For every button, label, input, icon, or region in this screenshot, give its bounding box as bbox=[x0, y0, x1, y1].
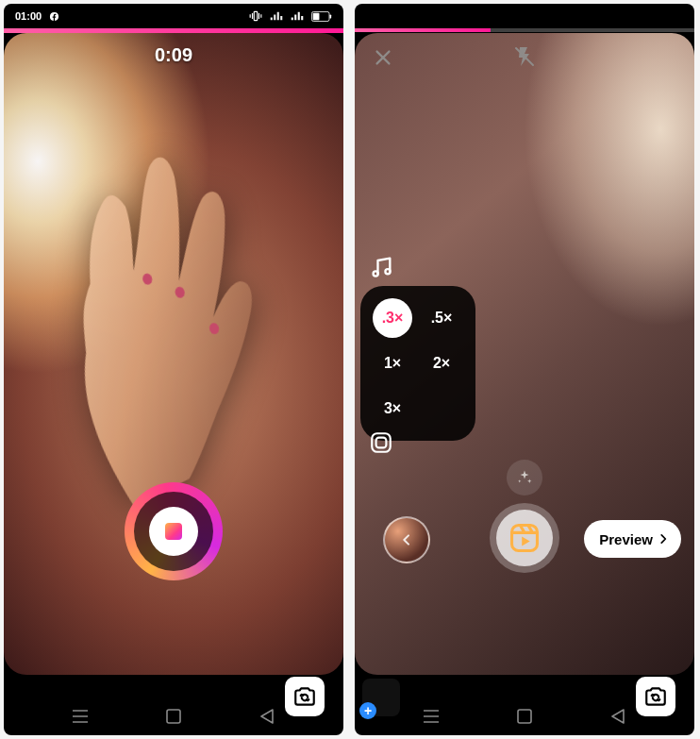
status-time: 01:00 bbox=[15, 10, 42, 22]
speed-option-0-5x[interactable]: .5× bbox=[419, 297, 464, 339]
speed-option-2x[interactable]: 2× bbox=[419, 343, 464, 384]
reels-record-button[interactable] bbox=[490, 503, 559, 573]
svg-rect-6 bbox=[167, 710, 180, 723]
svg-rect-1 bbox=[329, 14, 331, 18]
speed-option-0-3x[interactable]: .3× bbox=[370, 297, 415, 339]
speed-option-3x[interactable]: 3× bbox=[370, 388, 415, 429]
camera-viewport: 0:09 bbox=[4, 33, 343, 675]
music-icon bbox=[368, 254, 394, 280]
svg-rect-10 bbox=[376, 438, 387, 448]
nav-recents-button[interactable] bbox=[63, 699, 97, 733]
clip-progress-bar bbox=[355, 28, 694, 32]
svg-point-7 bbox=[374, 271, 378, 276]
phone-right-speed: .3× .5× 1× 2× 3× bbox=[355, 4, 694, 735]
android-nav-bar bbox=[4, 697, 343, 735]
sparkle-icon bbox=[516, 469, 533, 486]
speed-option-1x[interactable]: 1× bbox=[370, 343, 415, 384]
status-bar bbox=[355, 4, 694, 28]
svg-point-8 bbox=[385, 269, 390, 274]
reels-icon bbox=[508, 522, 541, 554]
record-button[interactable] bbox=[125, 482, 223, 580]
camera-viewport: .3× .5× 1× 2× 3× bbox=[355, 33, 694, 675]
facebook-icon bbox=[49, 11, 59, 22]
svg-rect-2 bbox=[313, 12, 320, 20]
signal-icon bbox=[291, 11, 304, 21]
status-bar: 01:00 bbox=[4, 4, 343, 28]
flash-button[interactable] bbox=[510, 42, 539, 71]
speed-panel: .3× .5× 1× 2× 3× bbox=[360, 286, 475, 441]
flash-off-icon bbox=[513, 45, 536, 68]
vibrate-icon bbox=[249, 9, 262, 23]
close-button[interactable] bbox=[370, 44, 396, 71]
layout-button[interactable] bbox=[366, 428, 396, 458]
hand-image bbox=[4, 112, 317, 520]
nav-recents-button[interactable] bbox=[414, 699, 448, 733]
nav-back-button[interactable] bbox=[250, 699, 284, 733]
music-button[interactable] bbox=[366, 252, 396, 282]
recording-timer: 0:09 bbox=[4, 44, 343, 66]
battery-icon bbox=[311, 11, 332, 22]
nav-home-button[interactable] bbox=[508, 699, 542, 733]
chevron-right-icon bbox=[657, 532, 670, 546]
svg-rect-12 bbox=[518, 710, 531, 723]
close-icon bbox=[373, 47, 393, 68]
chevron-left-icon bbox=[399, 532, 414, 547]
effects-button[interactable] bbox=[507, 460, 542, 495]
nav-back-button[interactable] bbox=[601, 699, 635, 733]
recorded-clip-thumbnail[interactable] bbox=[383, 516, 430, 563]
stop-square-icon bbox=[165, 523, 182, 540]
phone-left-recording: 01:00 0:09 bbox=[4, 4, 343, 735]
preview-label: Preview bbox=[599, 531, 653, 547]
svg-rect-11 bbox=[512, 526, 538, 551]
layout-icon bbox=[369, 430, 393, 455]
preview-button[interactable]: Preview bbox=[584, 520, 681, 558]
network-icon bbox=[270, 11, 283, 21]
svg-rect-9 bbox=[372, 433, 391, 452]
android-nav-bar bbox=[355, 697, 694, 735]
nav-home-button[interactable] bbox=[157, 699, 191, 733]
